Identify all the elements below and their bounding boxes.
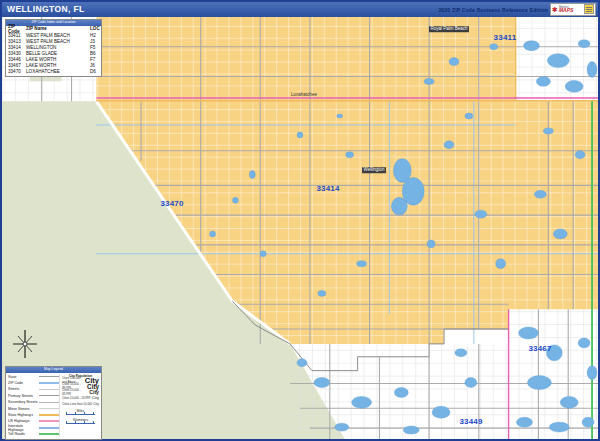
line-swatch (39, 395, 59, 396)
city-label-royal-palm-beach: Royal Palm Beach (429, 26, 469, 32)
legend-city-population: City Population Cities 100,000 and Above… (59, 374, 99, 438)
table-row: 33446 LAKE WORTH F7 (6, 56, 101, 62)
line-swatch (39, 414, 59, 416)
page-title: WELLINGTON, FL (7, 4, 85, 14)
edition-label: 2020 ZIP Code Business Reference Edition (438, 7, 548, 13)
scale-bar-miles: Miles (62, 409, 99, 416)
zip-label-33411: 33411 (494, 33, 517, 42)
zip-label-33414: 33414 (316, 184, 339, 193)
legend-road-types: State ZIP Code Streets Primary Streets S… (8, 374, 59, 438)
compass-rose-icon (10, 326, 40, 362)
logo-star-icon: ✱ (552, 6, 558, 13)
line-swatch (39, 408, 59, 409)
zip-label-33467: 33467 (528, 344, 551, 353)
zip-label-33470: 33470 (160, 199, 183, 208)
col-loc: LOC (90, 26, 99, 31)
marketmaps-logo: ✱ Market MAPS (550, 3, 596, 16)
line-swatch (39, 420, 59, 422)
map-page: WELLINGTON, FL 2020 ZIP Code Business Re… (0, 0, 600, 441)
map-legend: Map Legend State ZIP Code Streets Primar… (5, 366, 102, 440)
line-swatch (39, 389, 59, 390)
header-bar: WELLINGTON, FL 2020 ZIP Code Business Re… (2, 2, 598, 17)
line-swatch (39, 376, 59, 377)
logo-yellow-box (584, 4, 594, 14)
table-row: 33414 WELLINGTON F5 (6, 44, 101, 50)
col-zip-name: ZIP Name (26, 26, 90, 31)
table-row: 33470 LOXAHATCHEE D6 (6, 68, 101, 74)
legend-item: Cities 25,000 - 49,999 City (62, 389, 99, 395)
legend-item: Cities Less than 10,000 City (62, 401, 99, 407)
line-swatch (39, 382, 59, 384)
city-label-wellington: Wellington (362, 167, 386, 173)
scale-bar-kilometers: Kilometers (62, 418, 99, 425)
zip-table-header-row: ZIP Code ZIP Name LOC (6, 26, 101, 33)
legend-item: Toll Roads (8, 431, 59, 437)
zip-label-33449: 33449 (459, 417, 482, 426)
line-swatch (39, 402, 59, 403)
table-row: 33430 BELLE GLADE B6 (6, 50, 101, 56)
logo-maps-text: MAPS (559, 9, 573, 13)
line-swatch (39, 427, 59, 429)
zip-index-table: ZIP Code Index and Location ZIP Code ZIP… (5, 19, 102, 77)
table-row: 33411 WEST PALM BEACH H2 (6, 32, 101, 38)
table-row: 33413 WEST PALM BEACH J3 (6, 38, 101, 44)
line-swatch (39, 433, 59, 435)
city-label-loxahatchee: Loxahatchee (291, 92, 317, 97)
table-row: 33467 LAKE WORTH J6 (6, 62, 101, 68)
